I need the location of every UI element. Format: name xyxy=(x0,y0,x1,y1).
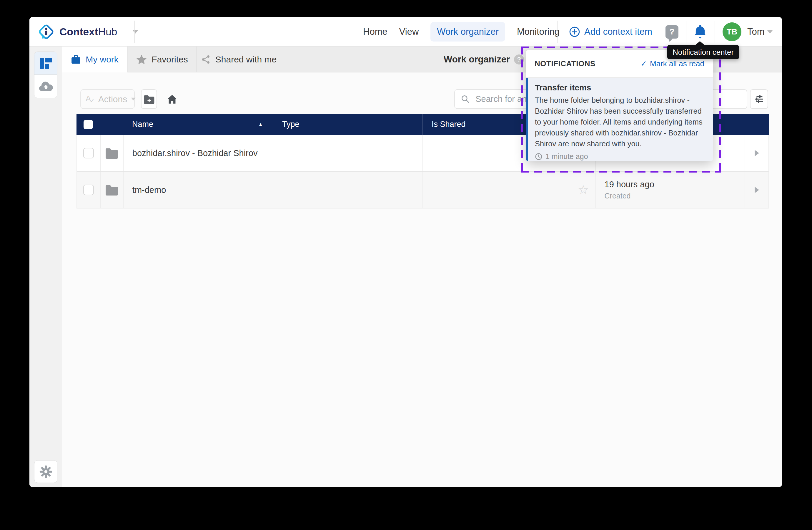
row-expand-chevron-icon[interactable] xyxy=(755,187,759,193)
notification-center-panel: NOTIFICATIONS ✓ Mark all as read Transfe… xyxy=(526,50,713,161)
item-type xyxy=(273,135,422,171)
home-icon xyxy=(167,94,177,104)
page-help-icon[interactable]: ? xyxy=(514,55,524,65)
tab-label: My work xyxy=(86,55,119,65)
left-sidebar xyxy=(29,46,62,487)
page-title: Work organizer ? xyxy=(444,46,524,72)
notification-body: The home folder belonging to bozhidar.sh… xyxy=(535,95,705,149)
check-icon: ✓ xyxy=(640,59,647,68)
tab-label: Shared with me xyxy=(215,55,277,65)
item-date-cell: 19 hours ago Created xyxy=(595,172,745,208)
item-name: tm-demo xyxy=(123,172,273,208)
notification-center-tooltip: Notification center xyxy=(667,45,739,59)
column-header-name[interactable]: Name ▲ xyxy=(123,114,273,135)
nav-item-view[interactable]: View xyxy=(399,27,419,37)
help-icon: ? xyxy=(666,25,679,39)
contexthub-logo-icon xyxy=(38,24,54,40)
row-checkbox[interactable] xyxy=(83,148,94,158)
avatar: TB xyxy=(723,23,741,41)
notification-timestamp: 1 minute ago xyxy=(535,152,705,161)
user-name[interactable]: Tom xyxy=(747,17,765,46)
settings-button[interactable] xyxy=(34,460,57,483)
item-is-shared xyxy=(422,172,571,208)
folder-plus-icon xyxy=(144,95,155,104)
table-row[interactable]: tm-demo ☆ 19 hours ago Created xyxy=(76,172,769,208)
tab-shared-with-me[interactable]: Shared with me xyxy=(197,46,281,72)
tab-label: Favorites xyxy=(151,55,188,65)
clock-icon xyxy=(535,153,542,161)
sidebar-button-group xyxy=(34,52,57,98)
notifications-title: NOTIFICATIONS xyxy=(535,59,595,68)
user-menu[interactable]: TB xyxy=(723,17,741,46)
row-checkbox[interactable] xyxy=(83,185,94,195)
actions-chevron-down-icon xyxy=(131,98,136,100)
navbar-divider xyxy=(557,20,557,43)
column-header-icon xyxy=(100,114,123,135)
layout-columns-icon xyxy=(39,57,53,69)
home-folder-button[interactable] xyxy=(164,89,180,109)
folder-icon xyxy=(105,148,119,159)
column-header-type[interactable]: Type xyxy=(273,114,422,135)
view-settings-button[interactable] xyxy=(750,89,768,109)
row-expand-chevron-icon[interactable] xyxy=(755,150,759,156)
briefcase-icon xyxy=(71,55,81,64)
brand-chevron-down-icon xyxy=(133,30,138,33)
sidebar-item-work-organizer[interactable] xyxy=(34,52,57,75)
tab-favorites[interactable]: Favorites xyxy=(128,46,197,72)
item-type xyxy=(273,172,422,208)
bell-icon xyxy=(693,24,708,40)
top-navbar: ContextHub Home View Work organizer Moni… xyxy=(29,17,782,46)
star-icon xyxy=(136,55,147,65)
column-header-expand xyxy=(745,114,769,135)
user-chevron-down-icon[interactable] xyxy=(767,17,772,46)
add-context-item-button[interactable]: Add context item xyxy=(569,17,652,46)
select-all-checkbox[interactable] xyxy=(76,114,100,135)
navbar-divider xyxy=(658,20,658,43)
mark-all-as-read-button[interactable]: ✓ Mark all as read xyxy=(640,59,704,68)
nav-item-work-organizer[interactable]: Work organizer xyxy=(431,22,505,42)
screenshot-frame: ContextHub Home View Work organizer Moni… xyxy=(0,0,812,530)
item-event: Created xyxy=(605,192,631,200)
sidebar-item-upload[interactable] xyxy=(34,75,57,98)
nav-item-home[interactable]: Home xyxy=(363,27,388,37)
notification-title: Transfer items xyxy=(535,83,705,93)
brand-name: ContextHub xyxy=(59,26,117,38)
navbar-divider xyxy=(686,20,686,43)
tab-my-work[interactable]: My work xyxy=(62,46,128,72)
sort-asc-icon: ▲ xyxy=(258,122,263,127)
notification-item[interactable]: Transfer items The home folder belonging… xyxy=(526,78,713,161)
cloud-upload-icon xyxy=(39,81,53,92)
folder-icon xyxy=(105,184,119,196)
item-name: bozhidar.shirov - Bozhidar Shirov xyxy=(123,135,273,171)
share-icon xyxy=(201,55,211,65)
nav-item-monitoring[interactable]: Monitoring xyxy=(517,27,560,37)
tooltip-arrow xyxy=(695,41,705,45)
app-window: ContextHub Home View Work organizer Moni… xyxy=(29,17,782,487)
gear-icon xyxy=(39,465,53,478)
item-date: 19 hours ago xyxy=(605,180,654,189)
plus-circle-icon xyxy=(569,26,580,38)
add-context-item-label: Add context item xyxy=(584,27,652,37)
brand-menu[interactable]: ContextHub xyxy=(38,17,138,46)
actions-dropdown-button[interactable]: A✓ Actions xyxy=(80,89,135,109)
search-icon xyxy=(461,94,470,104)
navbar-divider xyxy=(134,20,135,43)
actions-label: Actions xyxy=(98,94,127,104)
actions-icon: A✓ xyxy=(86,94,95,104)
favorite-star-icon[interactable]: ☆ xyxy=(578,184,589,196)
sliders-icon xyxy=(753,94,765,105)
main-nav: Home View Work organizer Monitoring xyxy=(363,17,560,46)
new-folder-button[interactable] xyxy=(141,89,157,109)
help-button[interactable]: ? xyxy=(666,17,679,46)
